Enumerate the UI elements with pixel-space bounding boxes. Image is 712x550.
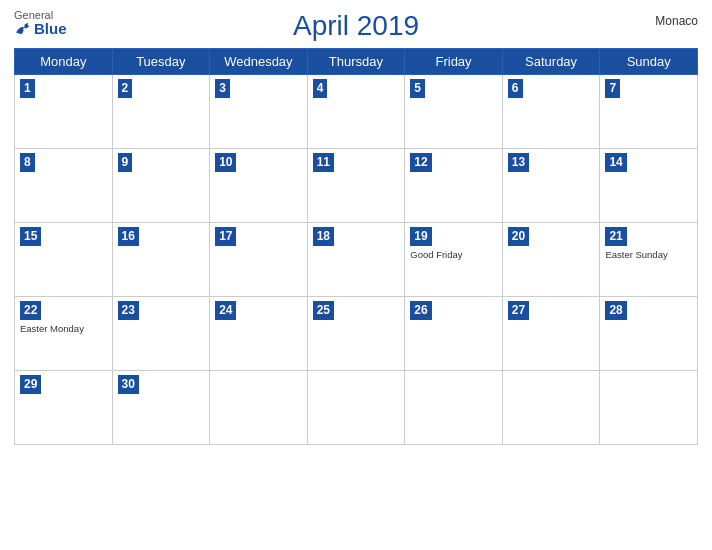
table-cell: 11 bbox=[307, 149, 405, 223]
day-number: 18 bbox=[313, 227, 334, 246]
day-number: 28 bbox=[605, 301, 626, 320]
calendar-header: General Blue April 2019 Monaco bbox=[14, 10, 698, 42]
day-number: 2 bbox=[118, 79, 133, 98]
day-event: Easter Sunday bbox=[605, 249, 692, 260]
table-cell: 1 bbox=[15, 75, 113, 149]
day-number: 3 bbox=[215, 79, 230, 98]
calendar-title: April 2019 bbox=[293, 10, 419, 42]
table-cell bbox=[502, 371, 600, 445]
table-cell: 29 bbox=[15, 371, 113, 445]
table-cell: 28 bbox=[600, 297, 698, 371]
day-event: Easter Monday bbox=[20, 323, 107, 334]
table-cell: 10 bbox=[210, 149, 308, 223]
table-cell: 5 bbox=[405, 75, 503, 149]
table-cell: 13 bbox=[502, 149, 600, 223]
table-cell bbox=[405, 371, 503, 445]
table-cell: 23 bbox=[112, 297, 210, 371]
table-cell bbox=[600, 371, 698, 445]
table-cell: 25 bbox=[307, 297, 405, 371]
day-number: 12 bbox=[410, 153, 431, 172]
table-cell: 16 bbox=[112, 223, 210, 297]
day-number: 5 bbox=[410, 79, 425, 98]
weekday-wednesday: Wednesday bbox=[210, 49, 308, 75]
table-cell: 17 bbox=[210, 223, 308, 297]
day-number: 6 bbox=[508, 79, 523, 98]
weekday-sunday: Sunday bbox=[600, 49, 698, 75]
table-cell: 21Easter Sunday bbox=[600, 223, 698, 297]
day-number: 15 bbox=[20, 227, 41, 246]
weekday-friday: Friday bbox=[405, 49, 503, 75]
calendar-title-block: April 2019 bbox=[293, 10, 419, 42]
day-number: 24 bbox=[215, 301, 236, 320]
day-number: 7 bbox=[605, 79, 620, 98]
day-number: 29 bbox=[20, 375, 41, 394]
week-row-5: 2930 bbox=[15, 371, 698, 445]
table-cell: 14 bbox=[600, 149, 698, 223]
day-number: 17 bbox=[215, 227, 236, 246]
day-number: 1 bbox=[20, 79, 35, 98]
table-cell: 24 bbox=[210, 297, 308, 371]
day-number: 20 bbox=[508, 227, 529, 246]
table-cell: 19Good Friday bbox=[405, 223, 503, 297]
day-number: 16 bbox=[118, 227, 139, 246]
table-cell bbox=[210, 371, 308, 445]
day-number: 14 bbox=[605, 153, 626, 172]
logo: General Blue bbox=[14, 10, 67, 36]
table-cell: 2 bbox=[112, 75, 210, 149]
day-number: 4 bbox=[313, 79, 328, 98]
logo-bird-icon bbox=[14, 22, 32, 36]
day-number: 19 bbox=[410, 227, 431, 246]
calendar-table: Monday Tuesday Wednesday Thursday Friday… bbox=[14, 48, 698, 445]
week-row-1: 1234567 bbox=[15, 75, 698, 149]
day-number: 27 bbox=[508, 301, 529, 320]
week-row-3: 1516171819Good Friday2021Easter Sunday bbox=[15, 223, 698, 297]
day-number: 13 bbox=[508, 153, 529, 172]
table-cell: 12 bbox=[405, 149, 503, 223]
table-cell: 15 bbox=[15, 223, 113, 297]
weekday-header-row: Monday Tuesday Wednesday Thursday Friday… bbox=[15, 49, 698, 75]
table-cell: 8 bbox=[15, 149, 113, 223]
table-cell: 18 bbox=[307, 223, 405, 297]
table-cell: 3 bbox=[210, 75, 308, 149]
logo-blue-text: Blue bbox=[14, 21, 67, 36]
day-number: 11 bbox=[313, 153, 334, 172]
table-cell bbox=[307, 371, 405, 445]
day-number: 23 bbox=[118, 301, 139, 320]
day-event: Good Friday bbox=[410, 249, 497, 260]
table-cell: 4 bbox=[307, 75, 405, 149]
calendar-body: 12345678910111213141516171819Good Friday… bbox=[15, 75, 698, 445]
table-cell: 22Easter Monday bbox=[15, 297, 113, 371]
day-number: 25 bbox=[313, 301, 334, 320]
table-cell: 26 bbox=[405, 297, 503, 371]
table-cell: 30 bbox=[112, 371, 210, 445]
table-cell: 20 bbox=[502, 223, 600, 297]
table-cell: 7 bbox=[600, 75, 698, 149]
calendar-container: General Blue April 2019 Monaco Monday Tu… bbox=[0, 0, 712, 550]
week-row-4: 22Easter Monday232425262728 bbox=[15, 297, 698, 371]
weekday-monday: Monday bbox=[15, 49, 113, 75]
country-label: Monaco bbox=[655, 14, 698, 28]
table-cell: 27 bbox=[502, 297, 600, 371]
day-number: 21 bbox=[605, 227, 626, 246]
weekday-tuesday: Tuesday bbox=[112, 49, 210, 75]
week-row-2: 891011121314 bbox=[15, 149, 698, 223]
day-number: 8 bbox=[20, 153, 35, 172]
day-number: 22 bbox=[20, 301, 41, 320]
table-cell: 9 bbox=[112, 149, 210, 223]
day-number: 30 bbox=[118, 375, 139, 394]
day-number: 9 bbox=[118, 153, 133, 172]
day-number: 10 bbox=[215, 153, 236, 172]
table-cell: 6 bbox=[502, 75, 600, 149]
day-number: 26 bbox=[410, 301, 431, 320]
weekday-saturday: Saturday bbox=[502, 49, 600, 75]
weekday-thursday: Thursday bbox=[307, 49, 405, 75]
